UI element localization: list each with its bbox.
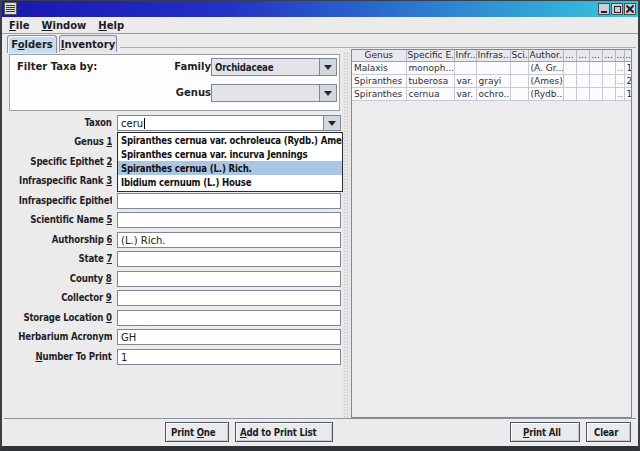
column-header[interactable]: Infras... xyxy=(476,50,510,61)
taxon-combobox[interactable]: ceru xyxy=(117,115,341,131)
table-row[interactable]: Spiranthes tuberosa var. grayi (Ames)...… xyxy=(352,74,631,87)
dropdown-item[interactable]: Ibidium cernuum (L.) House xyxy=(118,175,342,189)
authorship-label: Authorship 6 xyxy=(2,234,112,245)
app-window: File Window Help Folders Inventory Filte… xyxy=(0,0,640,451)
tab-inventory[interactable]: Inventory xyxy=(59,35,117,52)
form-row: State 7 xyxy=(2,251,342,267)
tab-folders[interactable]: Folders xyxy=(7,35,57,53)
window-menu-icon[interactable] xyxy=(4,2,17,15)
genus-combo-arrow-icon[interactable] xyxy=(319,85,336,101)
infraspecific-epithet-field[interactable] xyxy=(117,193,341,209)
form-row: Infraspecific Epithet 4 xyxy=(2,193,342,209)
infraspecific-rank-label: Infraspecific Rank 3 xyxy=(2,175,112,186)
menu-file[interactable]: File xyxy=(9,20,29,31)
column-header[interactable]: ... xyxy=(563,50,576,61)
dropdown-item[interactable]: Spiranthes cernua var. ochroleuca (Rydb.… xyxy=(118,133,342,147)
scientific-name-label: Scientific Name 5 xyxy=(2,214,112,225)
menu-window[interactable]: Window xyxy=(41,20,86,31)
print-list-table: Genus Specific E... Infr... Infras... Sc… xyxy=(352,50,632,101)
form-row: Herbarium Acronym xyxy=(2,329,342,345)
form-row: Scientific Name 5 xyxy=(2,212,342,228)
menu-help[interactable]: Help xyxy=(98,20,124,31)
clear-button[interactable]: Clear xyxy=(586,422,631,442)
form-row-taxon: Taxon ceru xyxy=(2,115,342,131)
table-header-row: Genus Specific E... Infr... Infras... Sc… xyxy=(352,50,631,61)
form-row: Number To Print xyxy=(2,349,342,365)
column-header[interactable]: Genus xyxy=(352,50,406,61)
filter-panel: Filter Taxa by: Family Orchidaceae Genus xyxy=(9,54,340,111)
column-header[interactable]: ... xyxy=(576,50,589,61)
print-all-button[interactable]: Print All xyxy=(510,422,580,442)
text-caret xyxy=(144,118,145,129)
maximize-button[interactable] xyxy=(611,3,623,15)
taxon-combo-arrow-icon[interactable] xyxy=(323,116,340,130)
filter-title: Filter Taxa by: xyxy=(17,61,97,72)
dropdown-item-selected[interactable]: Spiranthes cernua (L.) Rich. xyxy=(118,161,342,175)
specific-epithet-label: Specific Epithet 2 xyxy=(2,156,112,167)
collector-field[interactable] xyxy=(117,290,341,306)
form-row: County 8 xyxy=(2,271,342,287)
panel-bottom-border xyxy=(4,418,636,419)
number-to-print-label: Number To Print xyxy=(2,351,112,362)
minimize-button[interactable] xyxy=(598,3,610,15)
genus-filter-label: Genus xyxy=(141,87,211,98)
column-header[interactable]: ... xyxy=(624,50,631,61)
taxon-label: Taxon xyxy=(2,117,112,128)
column-header[interactable]: Infr... xyxy=(454,50,476,61)
genus-combobox[interactable] xyxy=(211,84,337,102)
state-label: State 7 xyxy=(2,253,112,264)
print-one-button[interactable]: Print One xyxy=(165,422,229,442)
county-field[interactable] xyxy=(117,271,341,287)
close-icon xyxy=(626,5,634,13)
column-header[interactable]: Author... xyxy=(528,50,563,61)
county-label: County 8 xyxy=(2,273,112,284)
form-row: Authorship 6 xyxy=(2,232,342,248)
family-combobox[interactable]: Orchidaceae xyxy=(211,58,337,76)
genus-label: Genus 1 xyxy=(2,136,112,147)
collector-label: Collector 9 xyxy=(2,292,112,303)
state-field[interactable] xyxy=(117,251,341,267)
maximize-icon xyxy=(614,6,621,13)
title-bar[interactable] xyxy=(2,1,638,17)
add-to-print-list-button[interactable]: Add to Print List xyxy=(235,422,333,442)
print-list-scrollpane: Genus Specific E... Infr... Infras... Sc… xyxy=(351,49,632,418)
column-header[interactable]: ... xyxy=(615,50,624,61)
split-pane-divider[interactable] xyxy=(343,52,350,418)
family-label: Family xyxy=(141,61,211,72)
column-header[interactable]: ... xyxy=(589,50,602,61)
herbarium-acronym-label: Herbarium Acronym xyxy=(2,331,112,342)
menu-bar: File Window Help xyxy=(2,18,638,34)
storage-location-field[interactable] xyxy=(117,310,341,326)
taxon-input[interactable]: ceru xyxy=(118,116,323,130)
storage-location-label: Storage Location 0 xyxy=(2,312,112,323)
tabpane-border xyxy=(120,47,636,48)
herbarium-acronym-field[interactable] xyxy=(117,329,341,345)
dropdown-item[interactable]: Spiranthes cernua var. incurva Jennings xyxy=(118,147,342,161)
family-combo-arrow-icon[interactable] xyxy=(319,59,336,75)
infraspecific-epithet-label: Infraspecific Epithet 4 xyxy=(2,195,112,206)
taxon-suggestion-list: Spiranthes cernua var. ochroleuca (Rydb.… xyxy=(117,132,343,192)
column-header[interactable]: Sci... xyxy=(510,50,528,61)
scientific-name-field[interactable] xyxy=(117,212,341,228)
column-header[interactable]: Specific E... xyxy=(406,50,454,61)
number-to-print-field[interactable] xyxy=(117,349,341,365)
form-row: Collector 9 xyxy=(2,290,342,306)
table-row[interactable]: Malaxis monoph... (A. Gr... ... 1 xyxy=(352,61,631,74)
authorship-field[interactable] xyxy=(117,232,341,248)
minimize-icon xyxy=(601,11,607,13)
column-header[interactable]: ... xyxy=(602,50,615,61)
close-button[interactable] xyxy=(624,3,636,15)
table-row[interactable]: Spiranthes cernua var. ochro... (Rydb...… xyxy=(352,87,631,100)
form-row: Storage Location 0 xyxy=(2,310,342,326)
